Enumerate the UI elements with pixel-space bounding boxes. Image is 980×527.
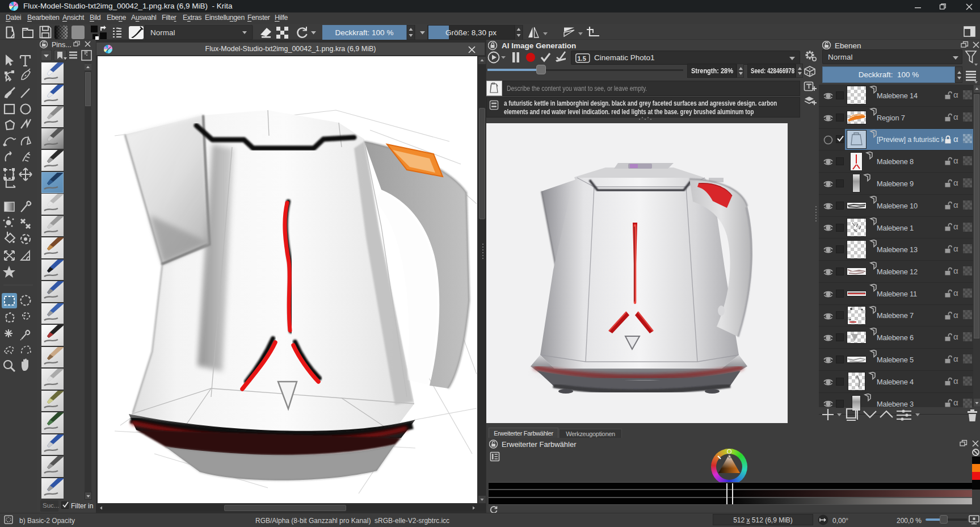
svg-text:AI Image Generation: AI Image Generation <box>502 41 576 50</box>
svg-text:Normal: Normal <box>150 28 175 37</box>
svg-text:Deckkraft: 100 %: Deckkraft: 100 % <box>335 28 394 37</box>
svg-text:Pins...: Pins... <box>52 41 71 49</box>
svg-text:Erweiterter Farbwähler: Erweiterter Farbwähler <box>502 440 577 449</box>
svg-text:1.5: 1.5 <box>578 55 586 62</box>
svg-text:Ebenen: Ebenen <box>835 41 861 50</box>
svg-text:Größe: 8,30 px: Größe: 8,30 px <box>445 28 497 37</box>
